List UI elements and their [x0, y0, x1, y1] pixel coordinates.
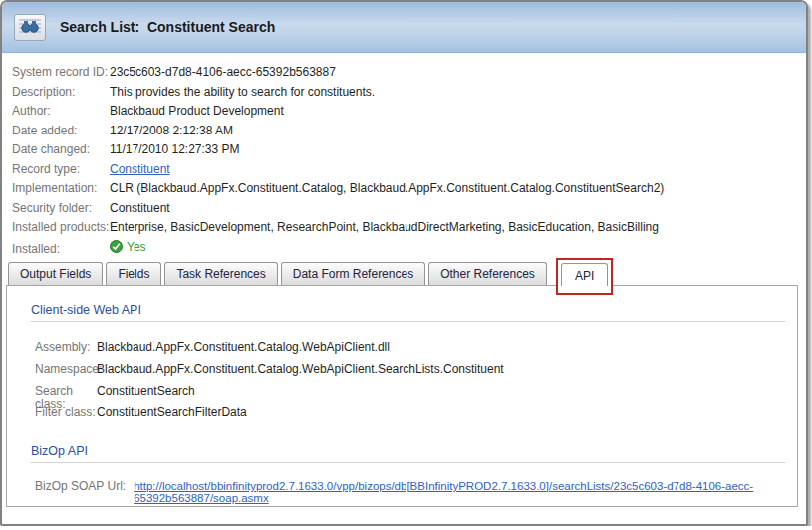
property-row-description: Description: This provides the ability t…: [12, 85, 806, 105]
property-label: Security folder:: [12, 201, 110, 215]
soap-url-link[interactable]: http://localhost/bbinfinityprod2.7.1633.…: [134, 480, 797, 504]
tab-task-references[interactable]: Task References: [164, 262, 277, 285]
tab-other-references[interactable]: Other References: [428, 262, 547, 285]
api-row-filter-class: Filter class: ConstituentSearchFilterDat…: [35, 405, 797, 427]
property-label: Date changed:: [12, 142, 110, 156]
installed-status: Yes: [110, 240, 146, 254]
search-list-icon: [14, 14, 46, 41]
section-divider: [31, 321, 785, 322]
section-divider: [31, 462, 785, 463]
installed-value: Yes: [127, 240, 146, 254]
bizop-api-rows: BizOp SOAP Url: http://localhost/bbinfin…: [7, 479, 797, 501]
api-row-bizop-soap-url: BizOp SOAP Url: http://localhost/bbinfin…: [35, 479, 797, 501]
property-value: Constituent: [110, 201, 170, 215]
record-type-link[interactable]: Constituent: [110, 162, 170, 176]
property-label: Author:: [12, 104, 110, 118]
record-window: Search List: Constituent Search System r…: [0, 0, 808, 526]
check-circle-icon: [110, 240, 123, 253]
property-row-date-added: Date added: 12/17/2008 2:12:38 AM: [12, 124, 806, 143]
annotation-highlight-box: API: [556, 258, 613, 295]
property-label: Date added:: [12, 124, 110, 137]
tab-bar: Output Fields Fields Task References Dat…: [2, 262, 806, 285]
property-label: Implementation:: [12, 181, 110, 195]
property-value: 12/17/2008 2:12:38 AM: [110, 124, 233, 137]
api-row-value: Blackbaud.AppFx.Constituent.Catalog.WebA…: [97, 340, 390, 354]
property-row-security-folder: Security folder: Constituent: [12, 201, 806, 221]
section-title-bizop-api: BizOp API: [31, 444, 797, 458]
property-label: System record ID:: [12, 65, 110, 79]
api-row-search-class: Search class: ConstituentSearch: [35, 384, 797, 405]
property-value: Blackbaud Product Development: [110, 104, 284, 118]
tab-output-fields[interactable]: Output Fields: [8, 262, 103, 285]
api-row-value: Blackbaud.AppFx.Constituent.Catalog.WebA…: [97, 362, 504, 376]
property-value: 11/17/2010 12:27:33 PM: [110, 142, 240, 156]
api-tab-panel: Client-side Web API Assembly: Blackbaud.…: [6, 285, 798, 507]
api-row-label: BizOp SOAP Url:: [35, 479, 126, 493]
property-value: CLR (Blackbaud.AppFx.Constituent.Catalog…: [110, 181, 664, 195]
property-label: Installed:: [12, 242, 110, 256]
page-title: Search List: Constituent Search: [60, 19, 275, 35]
window-header: Search List: Constituent Search: [2, 2, 806, 53]
api-row-value: ConstituentSearch: [97, 384, 195, 398]
api-row-label: Namespace:: [35, 362, 97, 376]
api-row-namespace: Namespace: Blackbaud.AppFx.Constituent.C…: [35, 362, 797, 384]
record-properties: System record ID: 23c5c603-d7d8-4106-aec…: [2, 53, 806, 259]
section-title-client-side-web-api: Client-side Web API: [31, 303, 797, 317]
property-value: This provides the ability to search for …: [110, 85, 375, 99]
client-side-api-rows: Assembly: Blackbaud.AppFx.Constituent.Ca…: [7, 340, 797, 427]
property-row-implementation: Implementation: CLR (Blackbaud.AppFx.Con…: [12, 181, 806, 201]
api-row-label: Filter class:: [35, 405, 97, 419]
property-row-date-changed: Date changed: 11/17/2010 12:27:33 PM: [12, 142, 806, 162]
api-row-value: ConstituentSearchFilterData: [97, 405, 247, 419]
tab-api[interactable]: API: [561, 263, 608, 286]
property-row-installed: Installed: Yes: [12, 240, 806, 260]
tab-data-form-references[interactable]: Data Form References: [281, 262, 425, 285]
property-row-record-type: Record type: Constituent: [12, 162, 806, 182]
api-row-label: Assembly:: [35, 340, 97, 354]
tab-fields[interactable]: Fields: [106, 262, 161, 285]
property-label: Record type:: [12, 162, 110, 176]
property-value: 23c5c603-d7d8-4106-aecc-65392b563887: [110, 65, 336, 79]
property-row-author: Author: Blackbaud Product Development: [12, 104, 806, 124]
api-row-assembly: Assembly: Blackbaud.AppFx.Constituent.Ca…: [35, 340, 797, 362]
property-label: Description:: [12, 85, 110, 99]
property-label: Installed products:: [12, 220, 110, 234]
property-value: Enterprise, BasicDevelopment, ResearchPo…: [110, 220, 659, 234]
property-row-system-record-id: System record ID: 23c5c603-d7d8-4106-aec…: [12, 65, 806, 85]
property-row-installed-products: Installed products: Enterprise, BasicDev…: [12, 220, 806, 240]
